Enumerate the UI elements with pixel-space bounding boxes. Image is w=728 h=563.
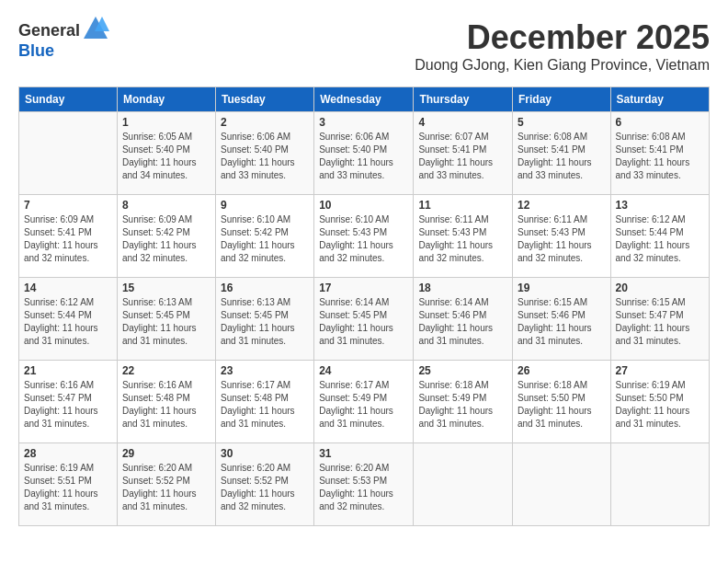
day-info: Sunrise: 6:11 AM Sunset: 5:43 PM Dayligh…	[418, 213, 507, 265]
day-number: 27	[616, 364, 704, 377]
logo-text: General Blue	[18, 18, 109, 60]
day-number: 14	[24, 282, 112, 294]
day-number: 11	[418, 199, 507, 212]
day-info: Sunrise: 6:16 AM Sunset: 5:48 PM Dayligh…	[122, 379, 210, 431]
calendar-week-3: 14Sunrise: 6:12 AM Sunset: 5:44 PM Dayli…	[19, 278, 710, 361]
day-number: 20	[616, 282, 704, 294]
calendar-cell: 19Sunrise: 6:15 AM Sunset: 5:46 PM Dayli…	[512, 278, 610, 361]
day-info: Sunrise: 6:19 AM Sunset: 5:50 PM Dayligh…	[616, 379, 704, 431]
day-info: Sunrise: 6:08 AM Sunset: 5:41 PM Dayligh…	[518, 131, 606, 182]
day-info: Sunrise: 6:14 AM Sunset: 5:45 PM Dayligh…	[319, 296, 408, 348]
calendar-cell: 8Sunrise: 6:09 AM Sunset: 5:42 PM Daylig…	[117, 195, 215, 278]
col-monday: Monday	[117, 87, 215, 112]
calendar-cell: 15Sunrise: 6:13 AM Sunset: 5:45 PM Dayli…	[117, 278, 215, 361]
calendar-cell: 14Sunrise: 6:12 AM Sunset: 5:44 PM Dayli…	[19, 278, 118, 361]
day-number: 23	[221, 364, 309, 377]
month-title: December 2025	[415, 18, 710, 57]
calendar-cell: 20Sunrise: 6:15 AM Sunset: 5:47 PM Dayli…	[610, 278, 709, 361]
calendar-table: Sunday Monday Tuesday Wednesday Thursday…	[18, 86, 710, 526]
calendar-cell: 5Sunrise: 6:08 AM Sunset: 5:41 PM Daylig…	[512, 112, 610, 195]
calendar-week-2: 7Sunrise: 6:09 AM Sunset: 5:41 PM Daylig…	[19, 195, 710, 278]
header: General Blue December 2025 Duong GJong, …	[18, 18, 710, 83]
day-number: 12	[518, 199, 606, 212]
day-number: 4	[418, 116, 507, 129]
calendar-cell	[512, 443, 610, 526]
day-info: Sunrise: 6:18 AM Sunset: 5:50 PM Dayligh…	[518, 379, 606, 431]
day-info: Sunrise: 6:12 AM Sunset: 5:44 PM Dayligh…	[24, 296, 112, 348]
logo-icon	[82, 15, 109, 42]
logo-blue: Blue	[18, 41, 54, 60]
calendar-cell: 25Sunrise: 6:18 AM Sunset: 5:49 PM Dayli…	[414, 361, 513, 443]
calendar-cell: 12Sunrise: 6:11 AM Sunset: 5:43 PM Dayli…	[512, 195, 610, 278]
calendar-cell: 22Sunrise: 6:16 AM Sunset: 5:48 PM Dayli…	[117, 361, 215, 443]
day-info: Sunrise: 6:20 AM Sunset: 5:53 PM Dayligh…	[319, 462, 408, 513]
calendar-cell: 6Sunrise: 6:08 AM Sunset: 5:41 PM Daylig…	[610, 112, 709, 195]
calendar-cell: 30Sunrise: 6:20 AM Sunset: 5:52 PM Dayli…	[215, 443, 313, 526]
day-number: 29	[122, 447, 210, 460]
day-number: 30	[221, 447, 309, 460]
location-subtitle: Duong GJong, Kien Giang Province, Vietna…	[415, 57, 710, 74]
calendar-cell: 23Sunrise: 6:17 AM Sunset: 5:48 PM Dayli…	[215, 361, 313, 443]
calendar-cell: 28Sunrise: 6:19 AM Sunset: 5:51 PM Dayli…	[19, 443, 118, 526]
day-info: Sunrise: 6:07 AM Sunset: 5:41 PM Dayligh…	[418, 131, 507, 182]
calendar-cell	[414, 443, 513, 526]
col-tuesday: Tuesday	[215, 87, 313, 112]
day-info: Sunrise: 6:17 AM Sunset: 5:48 PM Dayligh…	[221, 379, 309, 431]
logo: General Blue	[18, 18, 109, 60]
day-info: Sunrise: 6:17 AM Sunset: 5:49 PM Dayligh…	[319, 379, 408, 431]
day-number: 6	[616, 116, 704, 129]
day-number: 28	[24, 447, 112, 460]
day-number: 16	[221, 282, 309, 294]
day-number: 1	[122, 116, 210, 129]
day-info: Sunrise: 6:06 AM Sunset: 5:40 PM Dayligh…	[319, 131, 408, 182]
col-sunday: Sunday	[19, 87, 118, 112]
day-info: Sunrise: 6:18 AM Sunset: 5:49 PM Dayligh…	[418, 379, 507, 431]
calendar-cell: 21Sunrise: 6:16 AM Sunset: 5:47 PM Dayli…	[19, 361, 118, 443]
day-info: Sunrise: 6:20 AM Sunset: 5:52 PM Dayligh…	[221, 462, 309, 513]
calendar-cell: 3Sunrise: 6:06 AM Sunset: 5:40 PM Daylig…	[314, 112, 414, 195]
day-number: 31	[319, 447, 408, 460]
page-container: General Blue December 2025 Duong GJong, …	[18, 18, 710, 526]
title-block: December 2025 Duong GJong, Kien Giang Pr…	[415, 18, 710, 83]
day-info: Sunrise: 6:06 AM Sunset: 5:40 PM Dayligh…	[221, 131, 309, 182]
day-info: Sunrise: 6:09 AM Sunset: 5:42 PM Dayligh…	[122, 213, 210, 265]
calendar-cell: 29Sunrise: 6:20 AM Sunset: 5:52 PM Dayli…	[117, 443, 215, 526]
day-number: 15	[122, 282, 210, 294]
calendar-cell: 17Sunrise: 6:14 AM Sunset: 5:45 PM Dayli…	[314, 278, 414, 361]
header-row: Sunday Monday Tuesday Wednesday Thursday…	[19, 87, 710, 112]
col-saturday: Saturday	[610, 87, 709, 112]
day-info: Sunrise: 6:09 AM Sunset: 5:41 PM Dayligh…	[24, 213, 112, 265]
col-wednesday: Wednesday	[314, 87, 414, 112]
day-info: Sunrise: 6:15 AM Sunset: 5:46 PM Dayligh…	[518, 296, 606, 348]
day-info: Sunrise: 6:14 AM Sunset: 5:46 PM Dayligh…	[418, 296, 507, 348]
day-number: 22	[122, 364, 210, 377]
day-number: 9	[221, 199, 309, 212]
calendar-cell: 16Sunrise: 6:13 AM Sunset: 5:45 PM Dayli…	[215, 278, 313, 361]
calendar-cell: 13Sunrise: 6:12 AM Sunset: 5:44 PM Dayli…	[610, 195, 709, 278]
day-info: Sunrise: 6:08 AM Sunset: 5:41 PM Dayligh…	[616, 131, 704, 182]
day-info: Sunrise: 6:13 AM Sunset: 5:45 PM Dayligh…	[221, 296, 309, 348]
calendar-cell: 27Sunrise: 6:19 AM Sunset: 5:50 PM Dayli…	[610, 361, 709, 443]
day-number: 24	[319, 364, 408, 377]
day-number: 2	[221, 116, 309, 129]
day-info: Sunrise: 6:15 AM Sunset: 5:47 PM Dayligh…	[616, 296, 704, 348]
logo-general: General	[18, 22, 80, 39]
day-info: Sunrise: 6:10 AM Sunset: 5:42 PM Dayligh…	[221, 213, 309, 265]
calendar-cell: 9Sunrise: 6:10 AM Sunset: 5:42 PM Daylig…	[215, 195, 313, 278]
calendar-cell: 26Sunrise: 6:18 AM Sunset: 5:50 PM Dayli…	[512, 361, 610, 443]
day-number: 8	[122, 199, 210, 212]
day-number: 18	[418, 282, 507, 294]
day-number: 19	[518, 282, 606, 294]
calendar-cell: 24Sunrise: 6:17 AM Sunset: 5:49 PM Dayli…	[314, 361, 414, 443]
day-number: 10	[319, 199, 408, 212]
day-number: 5	[518, 116, 606, 129]
day-number: 25	[418, 364, 507, 377]
day-info: Sunrise: 6:11 AM Sunset: 5:43 PM Dayligh…	[518, 213, 606, 265]
day-info: Sunrise: 6:19 AM Sunset: 5:51 PM Dayligh…	[24, 462, 112, 513]
col-thursday: Thursday	[414, 87, 513, 112]
calendar-cell	[610, 443, 709, 526]
calendar-cell: 18Sunrise: 6:14 AM Sunset: 5:46 PM Dayli…	[414, 278, 513, 361]
day-info: Sunrise: 6:16 AM Sunset: 5:47 PM Dayligh…	[24, 379, 112, 431]
calendar-week-1: 1Sunrise: 6:05 AM Sunset: 5:40 PM Daylig…	[19, 112, 710, 195]
day-info: Sunrise: 6:10 AM Sunset: 5:43 PM Dayligh…	[319, 213, 408, 265]
